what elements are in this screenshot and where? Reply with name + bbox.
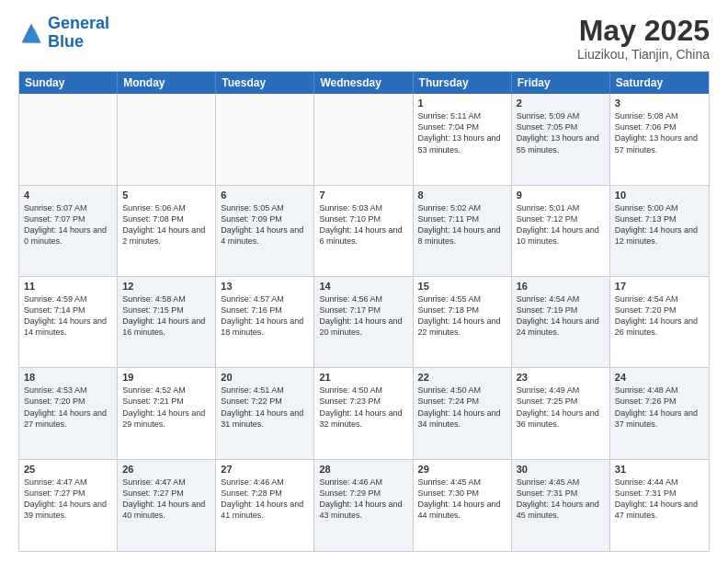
calendar-cell xyxy=(118,94,216,184)
day-number: 21 xyxy=(319,372,407,383)
day-number: 8 xyxy=(418,190,506,201)
cell-info: Sunrise: 4:52 AM Sunset: 7:21 PM Dayligh… xyxy=(122,385,210,430)
calendar-cell xyxy=(19,94,118,184)
day-number: 6 xyxy=(221,190,309,201)
calendar-cell: 10Sunrise: 5:00 AM Sunset: 7:13 PM Dayli… xyxy=(610,186,709,276)
day-number: 18 xyxy=(24,372,112,383)
logo-icon xyxy=(18,20,44,46)
calendar-cell: 5Sunrise: 5:06 AM Sunset: 7:08 PM Daylig… xyxy=(118,186,216,276)
cell-info: Sunrise: 4:46 AM Sunset: 7:28 PM Dayligh… xyxy=(221,477,309,522)
day-number: 2 xyxy=(517,98,605,109)
logo: General Blue xyxy=(18,15,109,52)
day-number: 10 xyxy=(615,190,704,201)
calendar-row: 1Sunrise: 5:11 AM Sunset: 7:04 PM Daylig… xyxy=(19,94,709,185)
cell-info: Sunrise: 4:54 AM Sunset: 7:19 PM Dayligh… xyxy=(517,293,605,339)
weekday-header: Saturday xyxy=(610,72,709,94)
calendar-cell: 29Sunrise: 4:45 AM Sunset: 7:30 PM Dayli… xyxy=(414,460,512,551)
weekday-header: Friday xyxy=(512,72,610,94)
calendar-cell: 11Sunrise: 4:59 AM Sunset: 7:14 PM Dayli… xyxy=(19,277,118,367)
calendar-cell: 19Sunrise: 4:52 AM Sunset: 7:21 PM Dayli… xyxy=(118,368,216,458)
calendar-cell: 3Sunrise: 5:08 AM Sunset: 7:06 PM Daylig… xyxy=(610,94,709,184)
day-number: 12 xyxy=(122,281,210,292)
weekday-header: Wednesday xyxy=(314,72,413,94)
day-number: 30 xyxy=(517,464,605,475)
calendar-cell: 23Sunrise: 4:49 AM Sunset: 7:25 PM Dayli… xyxy=(512,368,610,458)
weekday-header: Sunday xyxy=(19,72,118,94)
cell-info: Sunrise: 5:03 AM Sunset: 7:10 PM Dayligh… xyxy=(319,202,407,247)
cell-info: Sunrise: 4:57 AM Sunset: 7:16 PM Dayligh… xyxy=(221,293,309,339)
cell-info: Sunrise: 5:09 AM Sunset: 7:05 PM Dayligh… xyxy=(517,110,605,155)
subtitle: Liuzikou, Tianjin, China xyxy=(577,47,710,62)
calendar-cell: 25Sunrise: 4:47 AM Sunset: 7:27 PM Dayli… xyxy=(19,460,118,551)
day-number: 27 xyxy=(221,464,309,475)
calendar-cell: 2Sunrise: 5:09 AM Sunset: 7:05 PM Daylig… xyxy=(512,94,610,184)
cell-info: Sunrise: 4:49 AM Sunset: 7:25 PM Dayligh… xyxy=(517,385,605,430)
cell-info: Sunrise: 4:48 AM Sunset: 7:26 PM Dayligh… xyxy=(615,385,704,430)
calendar-row: 11Sunrise: 4:59 AM Sunset: 7:14 PM Dayli… xyxy=(19,277,709,368)
calendar-row: 25Sunrise: 4:47 AM Sunset: 7:27 PM Dayli… xyxy=(19,460,709,551)
day-number: 31 xyxy=(615,464,704,475)
calendar-cell: 9Sunrise: 5:01 AM Sunset: 7:12 PM Daylig… xyxy=(512,186,610,276)
calendar-row: 18Sunrise: 4:53 AM Sunset: 7:20 PM Dayli… xyxy=(19,368,709,459)
page: General Blue May 2025 Liuzikou, Tianjin,… xyxy=(0,0,728,563)
cell-info: Sunrise: 4:50 AM Sunset: 7:24 PM Dayligh… xyxy=(418,385,506,430)
title-block: May 2025 Liuzikou, Tianjin, China xyxy=(577,15,710,62)
cell-info: Sunrise: 5:02 AM Sunset: 7:11 PM Dayligh… xyxy=(418,202,506,247)
calendar-cell: 17Sunrise: 4:54 AM Sunset: 7:20 PM Dayli… xyxy=(610,277,709,367)
day-number: 26 xyxy=(122,464,210,475)
cell-info: Sunrise: 5:05 AM Sunset: 7:09 PM Dayligh… xyxy=(221,202,309,247)
cell-info: Sunrise: 5:01 AM Sunset: 7:12 PM Dayligh… xyxy=(517,202,605,247)
day-number: 1 xyxy=(418,98,506,109)
cell-info: Sunrise: 4:45 AM Sunset: 7:31 PM Dayligh… xyxy=(517,477,605,522)
cell-info: Sunrise: 5:08 AM Sunset: 7:06 PM Dayligh… xyxy=(615,110,704,155)
calendar-cell: 13Sunrise: 4:57 AM Sunset: 7:16 PM Dayli… xyxy=(216,277,314,367)
calendar-cell: 14Sunrise: 4:56 AM Sunset: 7:17 PM Dayli… xyxy=(314,277,413,367)
day-number: 9 xyxy=(517,190,605,201)
calendar-body: 1Sunrise: 5:11 AM Sunset: 7:04 PM Daylig… xyxy=(19,94,709,551)
calendar-row: 4Sunrise: 5:07 AM Sunset: 7:07 PM Daylig… xyxy=(19,186,709,277)
cell-info: Sunrise: 5:11 AM Sunset: 7:04 PM Dayligh… xyxy=(418,110,506,155)
day-number: 23 xyxy=(517,372,605,383)
calendar-cell: 31Sunrise: 4:44 AM Sunset: 7:31 PM Dayli… xyxy=(610,460,709,551)
day-number: 17 xyxy=(615,281,704,292)
cell-info: Sunrise: 4:55 AM Sunset: 7:18 PM Dayligh… xyxy=(418,293,506,339)
calendar-cell xyxy=(216,94,314,184)
calendar-cell: 26Sunrise: 4:47 AM Sunset: 7:27 PM Dayli… xyxy=(118,460,216,551)
cell-info: Sunrise: 4:50 AM Sunset: 7:23 PM Dayligh… xyxy=(319,385,407,430)
cell-info: Sunrise: 4:53 AM Sunset: 7:20 PM Dayligh… xyxy=(24,385,112,430)
calendar-cell: 30Sunrise: 4:45 AM Sunset: 7:31 PM Dayli… xyxy=(512,460,610,551)
calendar-cell: 6Sunrise: 5:05 AM Sunset: 7:09 PM Daylig… xyxy=(216,186,314,276)
main-title: May 2025 xyxy=(577,15,710,47)
calendar-cell: 16Sunrise: 4:54 AM Sunset: 7:19 PM Dayli… xyxy=(512,277,610,367)
day-number: 16 xyxy=(517,281,605,292)
calendar-cell xyxy=(314,94,413,184)
calendar-cell: 22Sunrise: 4:50 AM Sunset: 7:24 PM Dayli… xyxy=(414,368,512,458)
calendar-cell: 15Sunrise: 4:55 AM Sunset: 7:18 PM Dayli… xyxy=(414,277,512,367)
day-number: 14 xyxy=(319,281,407,292)
cell-info: Sunrise: 4:54 AM Sunset: 7:20 PM Dayligh… xyxy=(615,293,704,339)
day-number: 29 xyxy=(418,464,506,475)
cell-info: Sunrise: 4:58 AM Sunset: 7:15 PM Dayligh… xyxy=(122,293,210,339)
day-number: 7 xyxy=(319,190,407,201)
day-number: 24 xyxy=(615,372,704,383)
cell-info: Sunrise: 4:46 AM Sunset: 7:29 PM Dayligh… xyxy=(319,477,407,522)
calendar-cell: 27Sunrise: 4:46 AM Sunset: 7:28 PM Dayli… xyxy=(216,460,314,551)
day-number: 3 xyxy=(615,98,704,109)
calendar-cell: 8Sunrise: 5:02 AM Sunset: 7:11 PM Daylig… xyxy=(414,186,512,276)
weekday-header: Monday xyxy=(118,72,216,94)
calendar-cell: 4Sunrise: 5:07 AM Sunset: 7:07 PM Daylig… xyxy=(19,186,118,276)
header: General Blue May 2025 Liuzikou, Tianjin,… xyxy=(18,15,710,62)
day-number: 13 xyxy=(221,281,309,292)
calendar-cell: 7Sunrise: 5:03 AM Sunset: 7:10 PM Daylig… xyxy=(314,186,413,276)
day-number: 19 xyxy=(122,372,210,383)
day-number: 5 xyxy=(122,190,210,201)
day-number: 15 xyxy=(418,281,506,292)
day-number: 28 xyxy=(319,464,407,475)
logo-line2: Blue xyxy=(48,32,84,51)
logo-text: General Blue xyxy=(48,15,109,52)
calendar-cell: 12Sunrise: 4:58 AM Sunset: 7:15 PM Dayli… xyxy=(118,277,216,367)
cell-info: Sunrise: 4:59 AM Sunset: 7:14 PM Dayligh… xyxy=(24,293,112,339)
cell-info: Sunrise: 4:47 AM Sunset: 7:27 PM Dayligh… xyxy=(24,477,112,522)
cell-info: Sunrise: 4:56 AM Sunset: 7:17 PM Dayligh… xyxy=(319,293,407,339)
calendar-cell: 20Sunrise: 4:51 AM Sunset: 7:22 PM Dayli… xyxy=(216,368,314,458)
